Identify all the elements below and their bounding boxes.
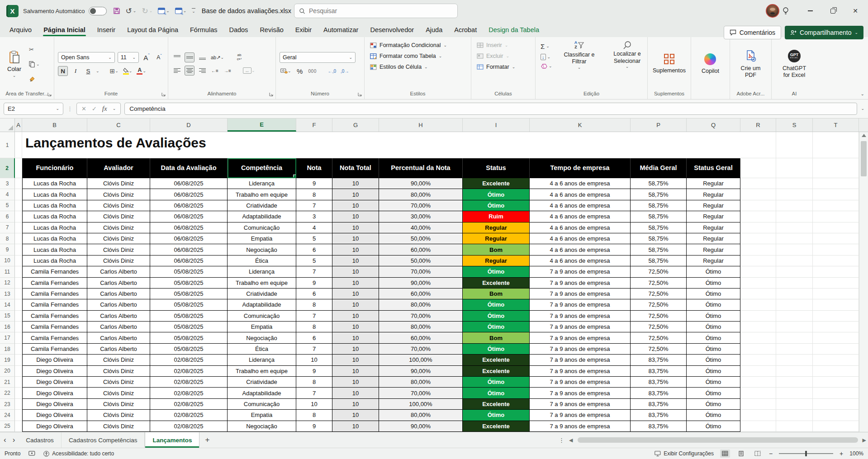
share-button[interactable]: Compartilhamento ⌄ bbox=[785, 26, 863, 39]
column-header-E[interactable]: E bbox=[228, 118, 296, 132]
column-header-H[interactable]: H bbox=[379, 118, 463, 132]
empty-cell[interactable] bbox=[776, 399, 813, 410]
cell-C17[interactable]: Carlos Alberto bbox=[87, 332, 150, 343]
cell-C15[interactable]: Carlos Alberto bbox=[87, 311, 150, 322]
cell-D6[interactable]: 06/08/2025 bbox=[150, 211, 228, 222]
cell-D11[interactable]: 05/08/2025 bbox=[150, 266, 228, 277]
cell-F5[interactable]: 7 bbox=[296, 200, 332, 211]
cell-P20[interactable]: 83,75% bbox=[631, 366, 687, 377]
cell-G19[interactable]: 10 bbox=[332, 355, 379, 365]
decrease-font-button[interactable]: Aˇ bbox=[154, 52, 164, 62]
row-header-15[interactable]: 15 bbox=[0, 311, 15, 322]
expand-formula-bar-button[interactable]: ⌄ bbox=[861, 107, 864, 111]
chatgpt-button[interactable]: GPTEXCEL ChatGPT for Excel bbox=[777, 50, 812, 79]
cell-Q12[interactable]: Ótimo bbox=[687, 278, 740, 289]
cell-K19[interactable]: 7 a 9 anos de empresa bbox=[530, 355, 631, 365]
search-box[interactable] bbox=[294, 4, 458, 18]
formula-bar-handle[interactable]: ⋮ bbox=[67, 105, 73, 112]
empty-cell[interactable] bbox=[740, 332, 776, 343]
cell-Q9[interactable]: Regular bbox=[687, 244, 740, 255]
empty-cell[interactable] bbox=[740, 410, 776, 421]
ribbon-tab-automatizar[interactable]: Automatizar bbox=[318, 24, 364, 37]
empty-cell[interactable] bbox=[15, 222, 22, 233]
cell-E25[interactable]: Negociação bbox=[228, 421, 296, 432]
cell-P18[interactable]: 72,50% bbox=[631, 344, 687, 355]
cell-H5[interactable]: 70,00% bbox=[379, 200, 463, 211]
empty-cell[interactable] bbox=[740, 266, 776, 277]
cell-P7[interactable]: 58,75% bbox=[631, 222, 687, 233]
cell-H23[interactable]: 100,00% bbox=[379, 399, 463, 410]
page-layout-view-button[interactable] bbox=[736, 450, 746, 458]
cell-C8[interactable]: Clóvis Diniz bbox=[87, 233, 150, 244]
zoom-level[interactable]: 100% bbox=[849, 450, 863, 457]
cell-B21[interactable]: Diego Oliveira bbox=[22, 377, 87, 388]
cell-P22[interactable]: 83,75% bbox=[631, 388, 687, 398]
cell-C6[interactable]: Clóvis Diniz bbox=[87, 211, 150, 222]
status-badge-13[interactable]: Bom bbox=[463, 289, 530, 299]
status-badge-7[interactable]: Regular bbox=[463, 222, 530, 233]
cell-P21[interactable]: 83,75% bbox=[631, 377, 687, 388]
cell-Q4[interactable]: Regular bbox=[687, 189, 740, 200]
cell-E21[interactable]: Criatividade bbox=[228, 377, 296, 388]
cell-G10[interactable]: 10 bbox=[332, 256, 379, 266]
cell-Q3[interactable]: Regular bbox=[687, 178, 740, 189]
column-header-T[interactable]: T bbox=[813, 118, 859, 132]
cell-H17[interactable]: 60,00% bbox=[379, 332, 463, 343]
format-painter-button[interactable] bbox=[28, 75, 41, 83]
cell-K7[interactable]: 4 a 6 anos de empresa bbox=[530, 222, 631, 233]
insert-function-button[interactable]: fx bbox=[102, 105, 107, 113]
format-cells-button[interactable]: Formatar ⌄ bbox=[475, 62, 517, 71]
cell-H10[interactable]: 50,00% bbox=[379, 256, 463, 266]
cell-C21[interactable]: Clóvis Diniz bbox=[87, 377, 150, 388]
cell-E15[interactable]: Comunicação bbox=[228, 311, 296, 322]
sheet-tab-cadastros-competências[interactable]: Cadastros Competências bbox=[62, 432, 145, 448]
cell-H20[interactable]: 90,00% bbox=[379, 366, 463, 377]
accounting-format-button[interactable]: ⌄ bbox=[280, 66, 292, 76]
cell-E5[interactable]: Criatividade bbox=[228, 200, 296, 211]
cell-E16[interactable]: Empatia bbox=[228, 322, 296, 332]
cell-D10[interactable]: 06/08/2025 bbox=[150, 256, 228, 266]
fill-color-button[interactable]: ⌄ bbox=[122, 66, 133, 76]
cell-F15[interactable]: 7 bbox=[296, 311, 332, 322]
copilot-button[interactable]: Copilot bbox=[698, 53, 723, 75]
cell-H8[interactable]: 50,00% bbox=[379, 233, 463, 244]
borders-button[interactable]: ⊞⌄ bbox=[109, 66, 119, 76]
redo-button[interactable]: ↻⌄ bbox=[140, 6, 154, 16]
empty-cell[interactable] bbox=[15, 289, 22, 299]
autosum-button[interactable]: Σ⌄ bbox=[539, 42, 554, 51]
lightbulb-icon[interactable] bbox=[782, 7, 797, 15]
cell-P6[interactable]: 58,75% bbox=[631, 211, 687, 222]
cell-H16[interactable]: 80,00% bbox=[379, 322, 463, 332]
cell-C5[interactable]: Clóvis Diniz bbox=[87, 200, 150, 211]
status-badge-23[interactable]: Excelente bbox=[463, 399, 530, 410]
empty-cell[interactable] bbox=[15, 233, 22, 244]
empty-cell[interactable] bbox=[15, 344, 22, 355]
cell-P15[interactable]: 72,50% bbox=[631, 311, 687, 322]
empty-cell[interactable] bbox=[740, 344, 776, 355]
cell-H25[interactable]: 90,00% bbox=[379, 421, 463, 432]
empty-cell[interactable] bbox=[776, 344, 813, 355]
cell-B17[interactable]: Camila Fernandes bbox=[22, 332, 87, 343]
cell-C25[interactable]: Clóvis Diniz bbox=[87, 421, 150, 432]
cell-P24[interactable]: 83,75% bbox=[631, 410, 687, 421]
cell-H13[interactable]: 60,00% bbox=[379, 289, 463, 299]
status-badge-6[interactable]: Ruim bbox=[463, 211, 530, 222]
ribbon-tab-inserir[interactable]: Inserir bbox=[91, 24, 121, 37]
bold-button[interactable]: N bbox=[58, 66, 68, 76]
cell-D9[interactable]: 06/08/2025 bbox=[150, 244, 228, 255]
empty-cell[interactable] bbox=[740, 377, 776, 388]
cell-F7[interactable]: 4 bbox=[296, 222, 332, 233]
cell-C11[interactable]: Carlos Alberto bbox=[87, 266, 150, 277]
empty-cell[interactable] bbox=[740, 189, 776, 200]
scroll-left-arrow-icon[interactable]: ◀ bbox=[569, 437, 573, 443]
cell-C23[interactable]: Clóvis Diniz bbox=[87, 399, 150, 410]
align-middle-button[interactable] bbox=[185, 52, 194, 62]
empty-cell[interactable] bbox=[776, 256, 813, 266]
cell-Q25[interactable]: Ótimo bbox=[687, 421, 740, 432]
italic-button[interactable]: I bbox=[71, 66, 81, 76]
new-sheet-button[interactable]: + bbox=[199, 432, 215, 448]
name-box[interactable]: E2 ⌄ bbox=[4, 103, 63, 115]
row-header-16[interactable]: 16 bbox=[0, 322, 15, 332]
empty-cell[interactable] bbox=[776, 377, 813, 388]
format-as-table-button[interactable]: Formatar como Tabela ⌄ bbox=[368, 52, 449, 61]
